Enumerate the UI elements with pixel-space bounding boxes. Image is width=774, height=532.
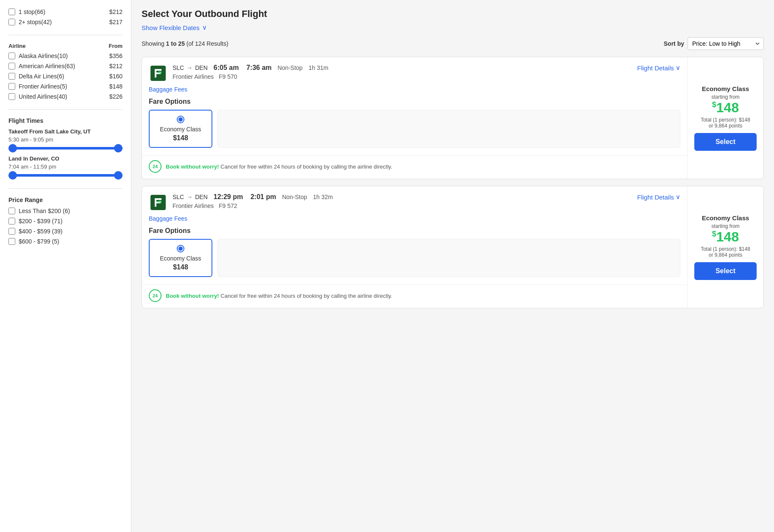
fare-radio-inner — [178, 247, 183, 251]
fare-option-price: $148 — [158, 134, 203, 142]
airline-price: $356 — [109, 53, 123, 59]
airline-price: $226 — [109, 93, 123, 100]
page-title: Select Your Outbound Flight — [142, 8, 764, 19]
route-arrow-icon: → — [187, 64, 192, 71]
flight-type: Non-Stop — [282, 194, 307, 200]
price-column: Economy Class starting from $148 Total (… — [687, 57, 763, 179]
airline-filter-item: Frontier Airlines(5)$148 — [8, 83, 123, 90]
fare-options-section: Fare Options Economy Class $148 — [142, 222, 687, 282]
airline-price: $160 — [109, 73, 123, 80]
takeoff-label: Takeoff From Salt Lake City, UT — [8, 128, 123, 135]
flight-list: SLC → DEN 6:05 am 7:36 am Non-Stop 1h 31… — [142, 57, 764, 308]
results-count: Showing 1 to 25 (of 124 Results) — [142, 40, 228, 47]
main-content: Select Your Outbound Flight Show Flexibl… — [131, 0, 774, 532]
takeoff-slider-left[interactable] — [8, 144, 17, 152]
route-airports: SLC → DEN — [173, 64, 208, 71]
arrive-time: 2:01 pm — [251, 193, 276, 200]
flight-card-left: SLC → DEN 12:29 pm 2:01 pm Non-Stop 1h 3… — [142, 186, 687, 308]
price-total: Total (1 person): $148 or 9,864 points — [701, 246, 750, 258]
land-range: 7:04 am - 11:59 pm — [8, 163, 123, 170]
price-starting: starting from — [711, 223, 740, 229]
fare-options-grid: Economy Class $148 — [149, 110, 680, 148]
price-checkbox[interactable] — [8, 208, 15, 214]
stop-checkbox[interactable] — [8, 8, 15, 15]
fare-option-name: Economy Class — [158, 255, 203, 262]
baggage-fees-link[interactable]: Baggage Fees — [149, 86, 187, 93]
sort-label: Sort by — [664, 40, 684, 47]
flight-card-2: SLC → DEN 12:29 pm 2:01 pm Non-Stop 1h 3… — [142, 186, 764, 308]
price-checkbox[interactable] — [8, 218, 15, 224]
stop-checkbox[interactable] — [8, 19, 15, 25]
chevron-down-icon: ∨ — [202, 24, 207, 31]
airline-label: Delta Air Lines(6) — [19, 73, 64, 80]
sort-select[interactable]: Price: Low to HighPrice: High to LowDura… — [688, 37, 764, 50]
land-slider-right[interactable] — [114, 171, 123, 180]
takeoff-slider[interactable] — [8, 147, 123, 150]
fare-option-empty — [217, 110, 680, 148]
price-checkbox[interactable] — [8, 228, 15, 235]
flight-times-title: Flight Times — [8, 117, 123, 124]
price-starting: starting from — [711, 94, 740, 100]
select-button[interactable]: Select — [694, 133, 757, 151]
stops-filter: 1 stop(66)$2122+ stops(42)$217 — [8, 8, 123, 35]
flight-info: SLC → DEN 12:29 pm 2:01 pm Non-Stop 1h 3… — [173, 193, 680, 209]
airline-filter-item: American Airlines(63)$212 — [8, 63, 123, 69]
price-range-label: $600 - $799 (5) — [19, 238, 59, 245]
chevron-down-icon: ∨ — [676, 193, 680, 201]
fare-options-grid: Economy Class $148 — [149, 239, 680, 277]
flight-details-button[interactable]: Flight Details ∨ — [637, 193, 680, 201]
price-checkbox[interactable] — [8, 238, 15, 245]
fare-option[interactable]: Economy Class $148 — [149, 110, 212, 148]
select-button[interactable]: Select — [694, 262, 757, 280]
airline-checkbox[interactable] — [8, 53, 15, 59]
price-range-item: $200 - $399 (71) — [8, 218, 123, 224]
land-slider[interactable] — [8, 174, 123, 177]
flight-details-label: Flight Details — [637, 194, 674, 201]
airline-checkbox[interactable] — [8, 73, 15, 80]
takeoff-slider-right[interactable] — [114, 144, 123, 152]
airline-col-header: Airline — [8, 43, 25, 49]
flexible-dates-button[interactable]: Show Flexible Dates ∨ — [142, 24, 207, 31]
price-range-label: $400 - $599 (39) — [19, 228, 63, 235]
stop-filter-item: 2+ stops(42)$217 — [8, 19, 123, 25]
stop-label: 2+ stops(42) — [19, 19, 52, 25]
price-class-label: Economy Class — [702, 85, 749, 92]
results-bar: Showing 1 to 25 (of 124 Results) Sort by… — [142, 37, 764, 50]
airline-logo — [149, 193, 167, 212]
flight-details-button[interactable]: Flight Details ∨ — [637, 64, 680, 72]
land-slider-left[interactable] — [8, 171, 17, 180]
baggage-fees-link[interactable]: Baggage Fees — [149, 215, 187, 222]
price-points: or 9,864 points — [709, 252, 742, 258]
airline-label: United Airlines(40) — [19, 93, 67, 100]
stop-price: $217 — [109, 19, 123, 25]
airline-label: American Airlines(63) — [19, 63, 75, 69]
flight-duration: 1h 31m — [309, 64, 329, 71]
flight-card-top: SLC → DEN 12:29 pm 2:01 pm Non-Stop 1h 3… — [142, 186, 763, 308]
price-display: $148 — [712, 230, 739, 244]
flight-details-label: Flight Details — [637, 64, 674, 72]
price-display: $148 — [712, 101, 739, 114]
price-total: Total (1 person): $148 or 9,864 points — [701, 117, 750, 129]
price-range-item: $600 - $799 (5) — [8, 238, 123, 245]
flight-header: SLC → DEN 6:05 am 7:36 am Non-Stop 1h 31… — [142, 57, 687, 83]
worry-text: Book without worry! Cancel for free with… — [166, 163, 392, 170]
airline-checkbox[interactable] — [8, 83, 15, 90]
price-class-label: Economy Class — [702, 214, 749, 222]
price-dollar-sign: $ — [712, 100, 716, 109]
worry-24-icon: 24 — [149, 160, 161, 173]
price-range-item: $400 - $599 (39) — [8, 228, 123, 235]
airline-label: Frontier Airlines(5) — [19, 83, 67, 90]
airline-checkbox[interactable] — [8, 63, 15, 69]
flight-times-filter: Flight Times Takeoff From Salt Lake City… — [8, 117, 123, 189]
worry-24-icon: 24 — [149, 289, 161, 302]
airline-filter-item: Delta Air Lines(6)$160 — [8, 73, 123, 80]
airline-checkbox[interactable] — [8, 93, 15, 100]
fare-option[interactable]: Economy Class $148 — [149, 239, 212, 277]
price-range-title: Price Range — [8, 197, 123, 203]
fare-option-price: $148 — [158, 263, 203, 271]
flexible-dates-label: Show Flexible Dates — [142, 24, 200, 31]
flight-info: SLC → DEN 6:05 am 7:36 am Non-Stop 1h 31… — [173, 64, 680, 80]
flight-duration: 1h 32m — [313, 194, 333, 200]
fare-options-title: Fare Options — [149, 98, 680, 105]
airline-filter-item: United Airlines(40)$226 — [8, 93, 123, 100]
